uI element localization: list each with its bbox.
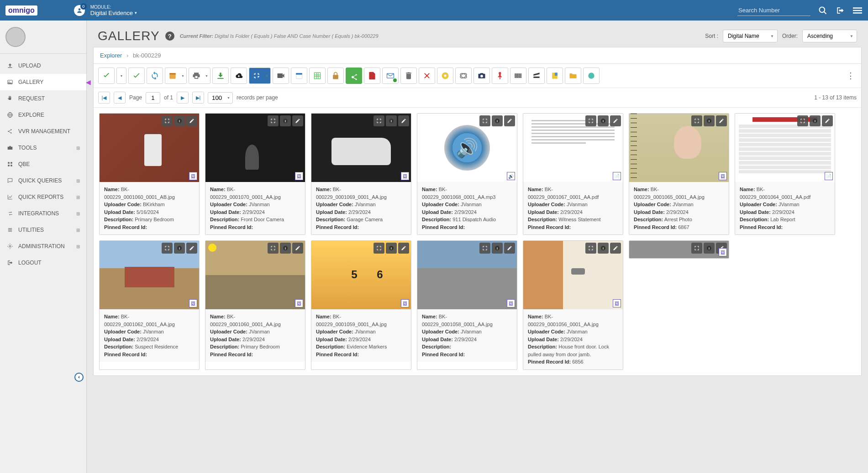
avatar[interactable]: [5, 27, 26, 47]
logout-icon[interactable]: [835, 5, 845, 16]
edit-icon[interactable]: [504, 115, 515, 126]
toolbar-menu-icon[interactable]: ⋮: [845, 69, 857, 83]
edit-icon[interactable]: [822, 115, 833, 126]
edit-icon[interactable]: [610, 243, 621, 254]
gallery-card[interactable]: i 🖼 Name: BK-000229_0001058_0001_AA.jpg …: [417, 240, 517, 370]
card-thumbnail[interactable]: i 🖼: [629, 241, 729, 258]
pager-prev[interactable]: ◀: [114, 92, 126, 104]
page-input[interactable]: [146, 92, 160, 104]
delete-button[interactable]: [419, 68, 435, 84]
fullscreen-icon[interactable]: [479, 115, 490, 126]
info-icon[interactable]: i: [280, 243, 291, 254]
calendar-button[interactable]: [165, 68, 187, 84]
fullscreen-icon[interactable]: [691, 243, 702, 254]
module-selector[interactable]: MODULE: Digital Evidence ▾: [90, 5, 137, 16]
info-icon[interactable]: i: [386, 243, 397, 254]
breadcrumb-root[interactable]: Explorer: [100, 52, 122, 59]
sidebar-item-quick-queries[interactable]: QUICK QUERIES ⊞: [0, 172, 86, 189]
help-icon[interactable]: ?: [165, 31, 174, 41]
card-thumbnail[interactable]: i 🖼: [311, 241, 411, 309]
fullscreen-icon[interactable]: [162, 243, 173, 254]
card-thumbnail[interactable]: i 📄: [735, 114, 835, 182]
card-thumbnail[interactable]: i 🖼: [629, 114, 729, 182]
fullscreen-icon[interactable]: [374, 243, 384, 254]
sidebar-item-gallery[interactable]: GALLERY ◀: [0, 74, 86, 90]
compress-button[interactable]: [249, 68, 271, 84]
sidebar-item-administration[interactable]: ADMINISTRATION ⊞: [0, 238, 86, 255]
card-thumbnail[interactable]: i 🖼: [205, 114, 305, 182]
gallery-card[interactable]: i 🖼 Name: BK-000229_0001070_0001_AA.jpg …: [205, 113, 305, 235]
fullscreen-icon[interactable]: [585, 243, 596, 254]
edit-icon[interactable]: [398, 115, 409, 126]
info-icon[interactable]: i: [598, 243, 609, 254]
gallery-card[interactable]: i 🖼 Name: BK-000229_0001062_0001_AA.jpg …: [99, 240, 200, 370]
gallery-card[interactable]: 🔊 i 🔊 Name: BK-000229_0001068_0001_AA.mp…: [417, 113, 517, 235]
pdf-button[interactable]: [364, 68, 380, 84]
info-icon[interactable]: i: [598, 115, 609, 126]
card-thumbnail[interactable]: i 🖼: [100, 241, 199, 309]
disc-button[interactable]: [437, 68, 453, 84]
info-icon[interactable]: i: [386, 115, 397, 126]
card-thumbnail[interactable]: i 🖼: [311, 114, 411, 182]
trash-button[interactable]: [400, 68, 417, 84]
calendar-alt-button[interactable]: [291, 68, 307, 84]
sidebar-collapse-button[interactable]: [74, 373, 84, 382]
sidebar-item-request[interactable]: REQUEST: [0, 90, 86, 107]
sidebar-item-upload[interactable]: UPLOAD: [0, 57, 86, 74]
gallery-card[interactable]: i 🖼 Name: BK-000229_0001069_0001_AA.jpg …: [311, 113, 411, 235]
edit-icon[interactable]: [610, 115, 621, 126]
sidebar-item-tools[interactable]: TOOLS ⊞: [0, 140, 86, 156]
pager-last[interactable]: ▶|: [192, 92, 204, 104]
card-thumbnail[interactable]: i 🖼: [205, 241, 305, 309]
sidebar-item-explore[interactable]: EXPLORE: [0, 107, 86, 123]
fullscreen-icon[interactable]: [797, 115, 808, 126]
sidebar-item-logout[interactable]: LOGOUT: [0, 255, 86, 271]
info-icon[interactable]: i: [704, 115, 715, 126]
pagesize-select[interactable]: 100: [208, 92, 233, 104]
info-icon[interactable]: i: [174, 115, 185, 126]
link-button[interactable]: [455, 68, 472, 84]
card-thumbnail[interactable]: i 🖼: [523, 241, 623, 309]
fullscreen-icon[interactable]: [374, 115, 384, 126]
sidebar-item-utilities[interactable]: UTILITIES ⊞: [0, 222, 86, 238]
edit-icon[interactable]: [398, 243, 409, 254]
fullscreen-icon[interactable]: [268, 115, 279, 126]
info-icon[interactable]: i: [280, 115, 291, 126]
card-thumbnail[interactable]: i 🖼: [100, 114, 199, 182]
info-icon[interactable]: i: [492, 115, 503, 126]
circle-button[interactable]: [583, 68, 600, 84]
download-button[interactable]: [212, 68, 229, 84]
gallery-card[interactable]: i 🖼 Name: BK-000229_0001059_0001_AA.jpg …: [311, 240, 411, 370]
card-thumbnail[interactable]: i 🖼: [417, 241, 517, 309]
gallery-card[interactable]: i 📄 Name: BK-000229_0001067_0001_AA.pdf …: [523, 113, 623, 235]
sidebar-item-quick-reports[interactable]: QUICK REPORTS ⊞: [0, 189, 86, 205]
info-icon[interactable]: i: [810, 115, 821, 126]
camera-button[interactable]: [273, 68, 289, 84]
sidebar-item-integrations[interactable]: INTEGRATIONS ⊞: [0, 205, 86, 222]
pin-button[interactable]: [492, 68, 508, 84]
edit-icon[interactable]: [186, 115, 197, 126]
note-button[interactable]: [547, 68, 563, 84]
gallery-card[interactable]: i 🖼 Name: BK-000229_0001056_0001_AA.jpg …: [523, 240, 623, 370]
edit-icon[interactable]: [292, 243, 303, 254]
search-icon[interactable]: [818, 5, 828, 16]
card-thumbnail[interactable]: 🔊 i 🔊: [417, 114, 517, 182]
gallery-card[interactable]: i 🖼 Name: BK-000229_0001065_0001_AA.jpg …: [629, 113, 729, 235]
camera-photo-button[interactable]: [473, 68, 490, 84]
menu-icon[interactable]: [852, 5, 863, 16]
gallery-card[interactable]: i 📄 Name: BK-000229_0001064_0001_AA.pdf …: [735, 113, 835, 235]
cloud-download-button[interactable]: [231, 68, 247, 84]
check-dropdown[interactable]: [116, 68, 126, 84]
gallery-card[interactable]: i 🖼 Name: BK-000229_0001060_0001_AA.jpg …: [205, 240, 305, 370]
edit-icon[interactable]: [716, 115, 727, 126]
share-button[interactable]: [346, 68, 362, 84]
search-input[interactable]: [737, 5, 810, 16]
edit-icon[interactable]: [186, 243, 197, 254]
refresh-button[interactable]: [147, 68, 163, 84]
mail-button[interactable]: [382, 68, 399, 84]
scanner-button[interactable]: [528, 68, 545, 84]
fullscreen-icon[interactable]: [268, 243, 279, 254]
order-select[interactable]: Ascending: [802, 30, 857, 42]
fullscreen-icon[interactable]: [479, 243, 490, 254]
fullscreen-icon[interactable]: [691, 115, 702, 126]
